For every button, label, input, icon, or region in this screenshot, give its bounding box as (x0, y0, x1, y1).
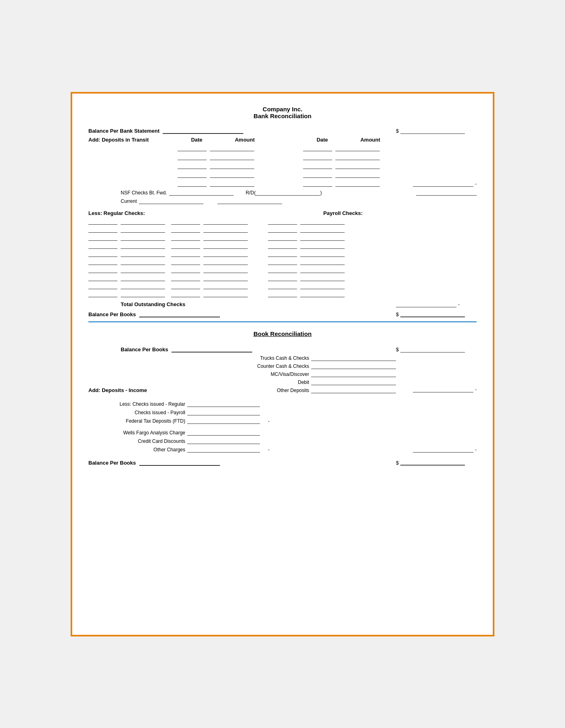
deposit-amt-1a[interactable] (210, 146, 254, 151)
final-balance-label: Balance Per Books (88, 460, 136, 466)
balance-books-bank-label: Balance Per Books (88, 311, 136, 317)
page-container: Company Inc. Bank Reconciliation Balance… (71, 92, 494, 636)
checks-headers: Less: Regular Checks: Payroll Checks: (88, 210, 477, 216)
deposit-amt-5b[interactable] (335, 181, 380, 187)
deposit-row-3 (88, 163, 477, 169)
deposit-date-3b[interactable] (303, 163, 332, 169)
reg-right-row-6 (171, 259, 248, 265)
deposit-amt-4a[interactable] (210, 172, 254, 178)
total-outstanding-row: Total Outstanding Checks - (88, 301, 477, 307)
other-deposits-input[interactable] (311, 388, 396, 393)
federal-tax-label: Federal Tax Deposits (FTD) (88, 418, 185, 424)
book-recon-title: Book Reconciliation (88, 330, 477, 337)
deposits-transit-label: Add: Deposits in Transit (88, 137, 169, 143)
deposit-amt-2a[interactable] (210, 154, 254, 160)
deposit-row-2 (88, 154, 477, 160)
regular-checks-label: Less: Regular Checks: (88, 210, 161, 216)
nsf-right-line[interactable] (416, 190, 477, 196)
book-balance-row: Balance Per Books $ (88, 345, 477, 353)
nsf-input[interactable] (169, 190, 234, 196)
checks-spacer (254, 219, 262, 297)
total-outstanding-line[interactable] (396, 302, 456, 307)
book-balance-input[interactable] (172, 345, 252, 353)
trucks-input[interactable] (311, 355, 396, 361)
wells-fargo-row: Wells Fargo Analysis Charge (88, 430, 477, 436)
deposits-income-dash: - (475, 387, 477, 392)
pay-row-6 (268, 259, 345, 265)
reg-right-row-2 (171, 227, 248, 233)
pay-row-9 (268, 284, 345, 289)
pay-row-10 (268, 292, 345, 297)
federal-tax-input[interactable] (187, 418, 260, 424)
deposit-date-2a[interactable] (178, 154, 207, 160)
deposit-date-5a[interactable] (178, 181, 207, 187)
current-input[interactable] (139, 198, 203, 204)
reg-row-6 (88, 259, 165, 265)
deposit-date-5b[interactable] (303, 181, 332, 187)
deposit-date-3a[interactable] (178, 163, 207, 169)
other-charges-right-dash: - (475, 447, 477, 453)
deposit-date-2b[interactable] (303, 154, 332, 160)
credit-card-input[interactable] (187, 438, 260, 444)
less-regular-input[interactable] (187, 401, 260, 407)
deposit-amt-3b[interactable] (335, 163, 380, 169)
balance-dollar: $ (396, 128, 399, 134)
date-col-1: Date (179, 137, 215, 143)
deposit-amt-4b[interactable] (335, 172, 380, 178)
balance-bank-value-line[interactable] (400, 127, 465, 134)
less-payroll-input[interactable] (187, 410, 260, 415)
deposit-amt-1b[interactable] (335, 146, 380, 151)
less-regular-label: Less: Checks issued - Regular (88, 401, 185, 407)
other-charges-right-line[interactable] (413, 447, 473, 453)
federal-tax-row: Federal Tax Deposits (FTD) - (88, 418, 477, 424)
deposit-amt-2b[interactable] (335, 154, 380, 160)
payroll-checks (268, 219, 345, 297)
trucks-row: Trucks Cash & Checks (169, 355, 396, 361)
deposit-amt-3a[interactable] (210, 163, 254, 169)
reg-row-1 (88, 219, 165, 225)
rd-label: R/D (246, 190, 254, 196)
debit-row: Debit (169, 380, 396, 385)
wells-fargo-input[interactable] (187, 430, 260, 436)
final-balance-amount: $ (396, 459, 477, 466)
current-rd-input[interactable] (218, 198, 282, 204)
less-regular-row: Less: Checks issued - Regular (88, 401, 477, 407)
deposits-total-dash: - (475, 181, 477, 187)
deposits-income-section: Add: Deposits - Income Trucks Cash & Che… (88, 355, 477, 393)
payroll-checks-label: Payroll Checks: (323, 210, 404, 216)
other-charges-label: Other Charges (88, 447, 185, 453)
other-charges-input[interactable] (187, 447, 260, 453)
deposits-total-line[interactable] (413, 181, 473, 187)
pay-row-1 (268, 219, 345, 225)
counter-label: Counter Cash & Checks (257, 363, 309, 369)
rd-input[interactable] (255, 190, 320, 196)
total-outstanding-amount: - (396, 302, 477, 307)
reg-right-row-7 (171, 267, 248, 273)
balance-books-dollar: $ (396, 311, 399, 317)
mc-row: MC/Visa/Discover (169, 371, 396, 377)
final-balance-input[interactable] (139, 459, 220, 466)
deposit-amt-5a[interactable] (210, 181, 254, 187)
federal-dash: - (268, 418, 270, 424)
balance-books-value-line[interactable] (400, 310, 465, 317)
deposits-transit-section: Add: Deposits in Transit Date Amount Dat… (88, 137, 477, 187)
income-items: Trucks Cash & Checks Counter Cash & Chec… (169, 355, 396, 393)
deposit-date-1b[interactable] (303, 146, 332, 151)
reg-right-row-1 (171, 219, 248, 225)
book-balance-value-line[interactable] (400, 347, 465, 353)
total-outstanding-label: Total Outstanding Checks (88, 301, 185, 307)
final-balance-value-line[interactable] (400, 459, 465, 466)
balance-books-bank-input[interactable] (139, 310, 220, 317)
deposit-date-4b[interactable] (303, 172, 332, 178)
counter-input[interactable] (311, 363, 396, 369)
balance-bank-input[interactable] (163, 127, 243, 134)
balance-bank-label: Balance Per Bank Statement (88, 128, 159, 134)
pay-row-5 (268, 251, 345, 257)
deposit-date-4a[interactable] (178, 172, 207, 178)
deposits-income-total-line[interactable] (413, 387, 473, 392)
mc-input[interactable] (311, 371, 396, 377)
deposit-date-1a[interactable] (178, 146, 207, 151)
trucks-label: Trucks Cash & Checks (260, 355, 309, 361)
debit-input[interactable] (311, 380, 396, 385)
other-charges-row: Other Charges - - (88, 447, 477, 453)
